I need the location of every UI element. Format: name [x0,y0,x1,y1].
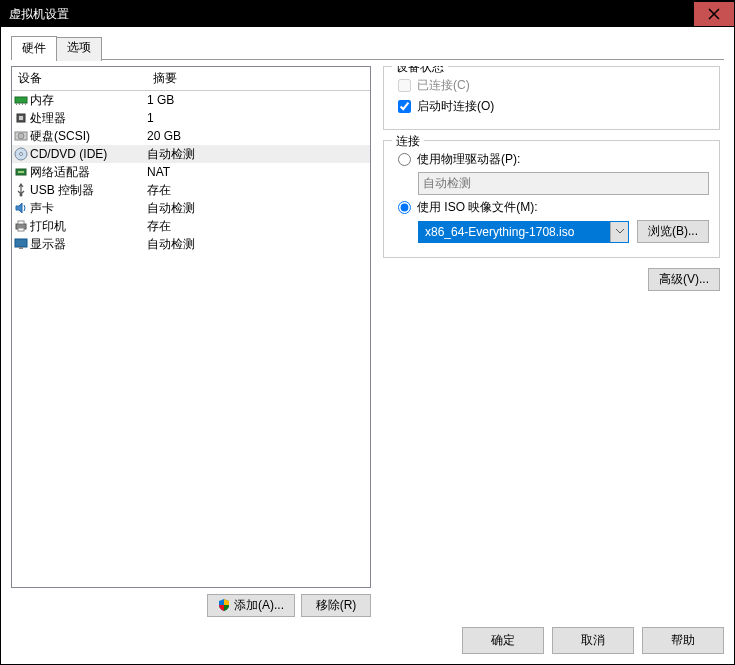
close-icon [708,8,720,20]
hardware-summary: 自动检测 [147,236,370,253]
connected-label: 已连接(C) [417,77,470,94]
use-iso-label: 使用 ISO 映像文件(M): [417,199,538,216]
hardware-label: 内存 [30,92,147,109]
iso-path-text[interactable]: x86_64-Everything-1708.iso [419,222,610,242]
usb-icon [12,183,30,197]
window-title: 虚拟机设置 [9,6,694,23]
add-hardware-button[interactable]: 添加(A)... [207,594,295,617]
hardware-summary: 1 GB [147,93,370,107]
use-physical-radio[interactable] [398,153,411,166]
hardware-summary: 1 [147,111,370,125]
svg-rect-17 [15,239,27,247]
hardware-label: 网络适配器 [30,164,147,181]
hardware-header: 设备 摘要 [12,67,370,91]
svg-rect-4 [25,103,26,105]
cancel-button[interactable]: 取消 [552,627,634,654]
use-iso-radio[interactable] [398,201,411,214]
svg-rect-12 [18,171,24,173]
svg-rect-6 [19,116,23,120]
hardware-row[interactable]: 打印机存在 [12,217,370,235]
use-physical-row[interactable]: 使用物理驱动器(P): [398,151,709,168]
hardware-label: 处理器 [30,110,147,127]
hardware-label: 声卡 [30,200,147,217]
connection-group: 连接 使用物理驱动器(P): 自动检测 使用 ISO 映像文件(M): x86_… [383,140,720,258]
header-device[interactable]: 设备 [12,67,147,90]
connection-title: 连接 [392,133,424,150]
use-iso-row[interactable]: 使用 ISO 映像文件(M): [398,199,709,216]
remove-hardware-button[interactable]: 移除(R) [301,594,371,617]
use-physical-label: 使用物理驱动器(P): [417,151,520,168]
hardware-row[interactable]: 硬盘(SCSI)20 GB [12,127,370,145]
svg-rect-3 [22,103,23,105]
sound-icon [12,201,30,215]
close-button[interactable] [694,2,734,26]
hardware-row[interactable]: USB 控制器存在 [12,181,370,199]
hardware-label: 打印机 [30,218,147,235]
hardware-row[interactable]: 处理器1 [12,109,370,127]
hardware-summary: 20 GB [147,129,370,143]
tab-hardware[interactable]: 硬件 [11,36,57,60]
connected-checkbox-row[interactable]: 已连接(C) [398,77,709,94]
svg-point-8 [18,133,24,139]
svg-point-13 [20,194,23,197]
hardware-summary: 自动检测 [147,146,370,163]
hardware-label: 显示器 [30,236,147,253]
monitor-icon [12,237,30,251]
add-button-label: 添加(A)... [234,598,284,612]
hdd-icon [12,129,30,143]
cd-icon [12,147,30,161]
tab-options[interactable]: 选项 [56,37,102,61]
svg-rect-0 [15,97,27,103]
browse-button[interactable]: 浏览(B)... [637,220,709,243]
hardware-summary: NAT [147,165,370,179]
physical-drive-combo: 自动检测 [418,172,709,195]
svg-rect-16 [18,228,24,231]
ok-button[interactable]: 确定 [462,627,544,654]
hardware-summary: 自动检测 [147,200,370,217]
connect-at-power-checkbox[interactable] [398,100,411,113]
svg-rect-15 [18,221,24,224]
printer-icon [12,219,30,233]
hardware-row[interactable]: 显示器自动检测 [12,235,370,253]
iso-path-combo[interactable]: x86_64-Everything-1708.iso [418,221,629,243]
net-icon [12,165,30,179]
chevron-down-icon[interactable] [610,222,628,242]
svg-rect-2 [19,103,20,105]
hardware-row[interactable]: 声卡自动检测 [12,199,370,217]
svg-rect-1 [16,103,17,105]
hardware-row[interactable]: 网络适配器NAT [12,163,370,181]
connect-at-power-label: 启动时连接(O) [417,98,494,115]
connect-at-power-row[interactable]: 启动时连接(O) [398,98,709,115]
hardware-row[interactable]: CD/DVD (IDE)自动检测 [12,145,370,163]
memory-icon [12,93,30,107]
hardware-label: USB 控制器 [30,182,147,199]
help-button[interactable]: 帮助 [642,627,724,654]
cpu-icon [12,111,30,125]
hardware-list: 设备 摘要 内存1 GB处理器1硬盘(SCSI)20 GBCD/DVD (IDE… [11,66,371,588]
connected-checkbox [398,79,411,92]
device-status-title: 设备状态 [392,66,448,76]
tab-bar: 硬件 选项 [11,35,724,60]
hardware-label: 硬盘(SCSI) [30,128,147,145]
device-status-group: 设备状态 已连接(C) 启动时连接(O) [383,66,720,130]
hardware-summary: 存在 [147,218,370,235]
svg-point-10 [20,153,23,156]
svg-rect-18 [19,247,23,249]
shield-icon [218,599,230,611]
advanced-button[interactable]: 高级(V)... [648,268,720,291]
header-summary[interactable]: 摘要 [147,67,370,90]
hardware-row[interactable]: 内存1 GB [12,91,370,109]
hardware-summary: 存在 [147,182,370,199]
hardware-label: CD/DVD (IDE) [30,147,147,161]
